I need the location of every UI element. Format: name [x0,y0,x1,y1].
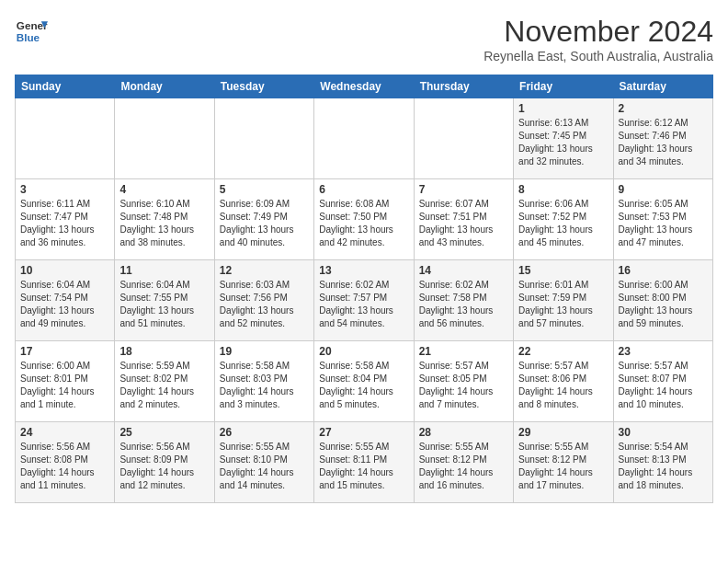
weekday-header-saturday: Saturday [613,75,712,98]
day-number: 28 [419,426,508,439]
calendar-cell: 13Sunrise: 6:02 AM Sunset: 7:57 PM Dayli… [314,260,414,341]
calendar-table: SundayMondayTuesdayWednesdayThursdayFrid… [15,75,713,503]
calendar-cell: 16Sunrise: 6:00 AM Sunset: 8:00 PM Dayli… [613,260,712,341]
day-info: Sunrise: 5:57 AM Sunset: 8:07 PM Dayligh… [619,360,708,411]
week-row-2: 10Sunrise: 6:04 AM Sunset: 7:54 PM Dayli… [16,260,713,341]
day-info: Sunrise: 6:00 AM Sunset: 8:00 PM Dayligh… [619,279,708,330]
week-row-4: 24Sunrise: 5:56 AM Sunset: 8:08 PM Dayli… [16,422,713,503]
day-number: 14 [419,264,508,277]
calendar-cell [314,98,414,179]
day-info: Sunrise: 6:02 AM Sunset: 7:58 PM Dayligh… [419,279,508,330]
day-number: 29 [518,426,608,439]
calendar-cell [414,98,513,179]
day-info: Sunrise: 5:55 AM Sunset: 8:12 PM Dayligh… [518,441,608,492]
day-number: 18 [119,345,209,358]
weekday-header-friday: Friday [514,75,613,98]
calendar-cell: 18Sunrise: 5:59 AM Sunset: 8:02 PM Dayli… [115,341,214,422]
day-info: Sunrise: 6:04 AM Sunset: 7:55 PM Dayligh… [119,279,209,330]
calendar-cell [214,98,313,179]
calendar-cell: 30Sunrise: 5:54 AM Sunset: 8:13 PM Dayli… [613,422,712,503]
weekday-header-sunday: Sunday [16,75,115,98]
day-info: Sunrise: 6:02 AM Sunset: 7:57 PM Dayligh… [319,279,408,330]
title-block: November 2024 Reynella East, South Austr… [483,15,713,63]
day-info: Sunrise: 6:11 AM Sunset: 7:47 PM Dayligh… [20,198,109,249]
calendar-cell: 10Sunrise: 6:04 AM Sunset: 7:54 PM Dayli… [16,260,115,341]
calendar-cell: 5Sunrise: 6:09 AM Sunset: 7:49 PM Daylig… [214,179,313,260]
day-info: Sunrise: 5:55 AM Sunset: 8:11 PM Dayligh… [319,441,408,492]
calendar-cell: 8Sunrise: 6:06 AM Sunset: 7:52 PM Daylig… [514,179,613,260]
day-number: 16 [619,264,708,277]
day-info: Sunrise: 6:10 AM Sunset: 7:48 PM Dayligh… [119,198,209,249]
calendar-cell: 3Sunrise: 6:11 AM Sunset: 7:47 PM Daylig… [16,179,115,260]
weekday-header-tuesday: Tuesday [214,75,313,98]
day-info: Sunrise: 5:58 AM Sunset: 8:03 PM Dayligh… [220,360,309,411]
week-row-3: 17Sunrise: 6:00 AM Sunset: 8:01 PM Dayli… [16,341,713,422]
location: Reynella East, South Australia, Australi… [483,49,713,63]
day-number: 30 [619,426,708,439]
calendar-cell: 1Sunrise: 6:13 AM Sunset: 7:45 PM Daylig… [514,98,613,179]
page-header: General Blue November 2024 Reynella East… [15,15,713,63]
day-number: 2 [619,102,708,115]
day-info: Sunrise: 5:55 AM Sunset: 8:10 PM Dayligh… [220,441,309,492]
calendar-cell: 9Sunrise: 6:05 AM Sunset: 7:53 PM Daylig… [613,179,712,260]
day-info: Sunrise: 5:58 AM Sunset: 8:04 PM Dayligh… [319,360,408,411]
day-number: 17 [20,345,109,358]
day-number: 7 [419,183,508,196]
calendar-cell: 22Sunrise: 5:57 AM Sunset: 8:06 PM Dayli… [514,341,613,422]
day-info: Sunrise: 6:07 AM Sunset: 7:51 PM Dayligh… [419,198,508,249]
calendar-cell: 26Sunrise: 5:55 AM Sunset: 8:10 PM Dayli… [214,422,313,503]
calendar-cell: 23Sunrise: 5:57 AM Sunset: 8:07 PM Dayli… [613,341,712,422]
day-info: Sunrise: 6:03 AM Sunset: 7:56 PM Dayligh… [220,279,309,330]
day-number: 4 [119,183,209,196]
month-title: November 2024 [483,15,713,49]
day-number: 22 [518,345,608,358]
calendar-cell: 11Sunrise: 6:04 AM Sunset: 7:55 PM Dayli… [115,260,214,341]
logo: General Blue [15,15,48,48]
svg-text:Blue: Blue [17,31,40,43]
day-info: Sunrise: 6:06 AM Sunset: 7:52 PM Dayligh… [518,198,608,249]
day-info: Sunrise: 6:08 AM Sunset: 7:50 PM Dayligh… [319,198,408,249]
day-info: Sunrise: 6:05 AM Sunset: 7:53 PM Dayligh… [619,198,708,249]
weekday-header-thursday: Thursday [414,75,513,98]
day-number: 12 [220,264,309,277]
calendar-cell: 4Sunrise: 6:10 AM Sunset: 7:48 PM Daylig… [115,179,214,260]
day-info: Sunrise: 6:01 AM Sunset: 7:59 PM Dayligh… [518,279,608,330]
day-info: Sunrise: 6:12 AM Sunset: 7:46 PM Dayligh… [619,117,708,168]
calendar-cell: 25Sunrise: 5:56 AM Sunset: 8:09 PM Dayli… [115,422,214,503]
day-number: 20 [319,345,408,358]
day-number: 13 [319,264,408,277]
day-number: 8 [518,183,608,196]
logo-icon: General Blue [15,15,48,48]
day-number: 5 [220,183,309,196]
calendar-cell: 24Sunrise: 5:56 AM Sunset: 8:08 PM Dayli… [16,422,115,503]
calendar-cell: 15Sunrise: 6:01 AM Sunset: 7:59 PM Dayli… [514,260,613,341]
svg-text:General: General [17,19,48,31]
calendar-cell [16,98,115,179]
day-number: 19 [220,345,309,358]
day-number: 27 [319,426,408,439]
calendar-cell: 6Sunrise: 6:08 AM Sunset: 7:50 PM Daylig… [314,179,414,260]
day-info: Sunrise: 5:56 AM Sunset: 8:08 PM Dayligh… [20,441,109,492]
day-info: Sunrise: 6:04 AM Sunset: 7:54 PM Dayligh… [20,279,109,330]
calendar-cell: 19Sunrise: 5:58 AM Sunset: 8:03 PM Dayli… [214,341,313,422]
day-number: 24 [20,426,109,439]
day-number: 9 [619,183,708,196]
weekday-header-wednesday: Wednesday [314,75,414,98]
week-row-0: 1Sunrise: 6:13 AM Sunset: 7:45 PM Daylig… [16,98,713,179]
calendar-cell: 29Sunrise: 5:55 AM Sunset: 8:12 PM Dayli… [514,422,613,503]
day-number: 1 [518,102,608,115]
calendar-cell [115,98,214,179]
day-info: Sunrise: 5:54 AM Sunset: 8:13 PM Dayligh… [619,441,708,492]
day-number: 15 [518,264,608,277]
day-info: Sunrise: 5:59 AM Sunset: 8:02 PM Dayligh… [119,360,209,411]
day-info: Sunrise: 6:00 AM Sunset: 8:01 PM Dayligh… [20,360,109,411]
day-number: 21 [419,345,508,358]
day-info: Sunrise: 6:09 AM Sunset: 7:49 PM Dayligh… [220,198,309,249]
day-info: Sunrise: 5:55 AM Sunset: 8:12 PM Dayligh… [419,441,508,492]
day-number: 26 [220,426,309,439]
day-info: Sunrise: 6:13 AM Sunset: 7:45 PM Dayligh… [518,117,608,168]
calendar-cell: 2Sunrise: 6:12 AM Sunset: 7:46 PM Daylig… [613,98,712,179]
calendar-cell: 21Sunrise: 5:57 AM Sunset: 8:05 PM Dayli… [414,341,513,422]
calendar-cell: 7Sunrise: 6:07 AM Sunset: 7:51 PM Daylig… [414,179,513,260]
calendar-cell: 20Sunrise: 5:58 AM Sunset: 8:04 PM Dayli… [314,341,414,422]
